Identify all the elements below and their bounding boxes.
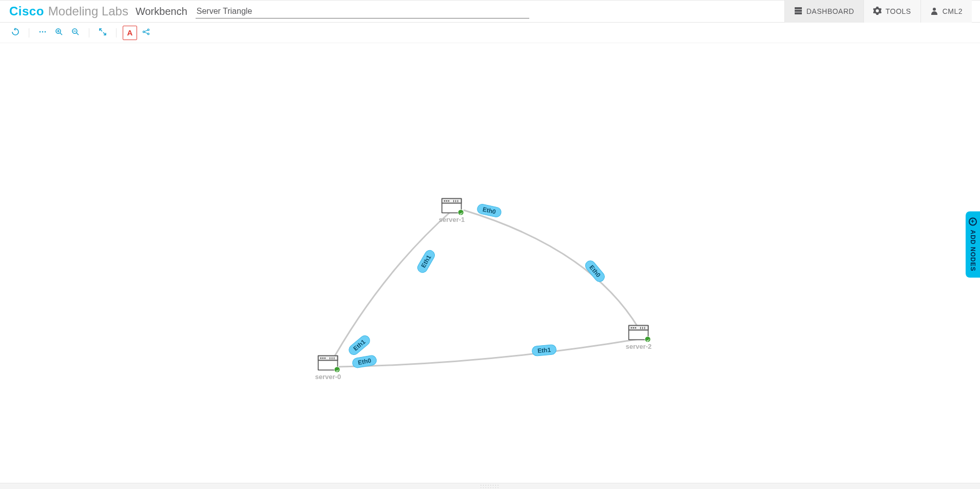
server-icon bbox=[441, 198, 462, 214]
svg-rect-31 bbox=[444, 200, 446, 202]
zoom-in-icon bbox=[55, 28, 63, 38]
gear-icon bbox=[873, 7, 881, 16]
interface-pill[interactable]: Eth1 bbox=[415, 248, 436, 275]
canvas-area[interactable]: server-0server-1server-2Eth1Eth0Eth0Eth1… bbox=[0, 43, 980, 483]
svg-point-17 bbox=[147, 29, 149, 30]
node-label: server-1 bbox=[439, 216, 465, 223]
svg-point-18 bbox=[147, 33, 149, 34]
toolbar: A bbox=[0, 23, 980, 43]
zoom-out-button[interactable] bbox=[68, 26, 83, 40]
svg-rect-23 bbox=[320, 358, 322, 359]
svg-point-3 bbox=[933, 8, 936, 11]
node-server-0[interactable]: server-0 bbox=[315, 355, 341, 381]
canvas[interactable]: server-0server-1server-2Eth1Eth0Eth0Eth1… bbox=[0, 43, 980, 483]
svg-rect-25 bbox=[324, 358, 326, 359]
svg-rect-33 bbox=[448, 200, 450, 202]
status-badge-running bbox=[458, 210, 464, 216]
drag-dots-icon: :::::::: bbox=[480, 483, 499, 489]
toolbar-separator bbox=[29, 28, 29, 37]
layout-button[interactable] bbox=[139, 26, 153, 40]
add-nodes-label: ADD NODES bbox=[969, 230, 976, 271]
fit-button[interactable] bbox=[35, 26, 50, 40]
node-label: server-0 bbox=[315, 373, 341, 381]
dashboard-label: DASHBOARD bbox=[806, 7, 854, 15]
tools-button[interactable]: TOOLS bbox=[863, 0, 920, 23]
zoom-out-icon bbox=[71, 28, 80, 38]
interface-pill[interactable]: Eth1 bbox=[531, 344, 557, 356]
svg-rect-2 bbox=[795, 12, 802, 14]
workbench-label: Workbench bbox=[136, 6, 187, 17]
brand-product: Modeling Labs bbox=[48, 4, 128, 18]
interface-pill[interactable]: Eth0 bbox=[476, 203, 502, 218]
user-label: CML2 bbox=[943, 7, 963, 15]
toolbar-separator bbox=[89, 28, 89, 37]
user-icon bbox=[930, 7, 938, 16]
svg-point-4 bbox=[40, 31, 41, 32]
layout-icon bbox=[142, 28, 150, 38]
lab-name-input[interactable] bbox=[196, 5, 529, 18]
header: Cisco Modeling Labs Workbench DASHBOARD … bbox=[0, 0, 980, 23]
panel-resize-handle[interactable]: :::::::: bbox=[0, 483, 980, 489]
node-label: server-2 bbox=[626, 343, 652, 350]
brand-cisco: Cisco bbox=[9, 4, 44, 18]
fit-icon bbox=[39, 28, 47, 38]
svg-line-8 bbox=[60, 33, 62, 35]
svg-rect-1 bbox=[795, 10, 802, 12]
refresh-button[interactable] bbox=[8, 26, 23, 40]
zoom-in-button[interactable] bbox=[52, 26, 66, 40]
svg-point-6 bbox=[45, 31, 46, 32]
brand[interactable]: Cisco Modeling Labs bbox=[9, 4, 128, 18]
tools-label: TOOLS bbox=[886, 7, 911, 15]
annotation-toggle[interactable]: A bbox=[123, 26, 137, 40]
svg-point-16 bbox=[143, 31, 144, 32]
svg-rect-32 bbox=[446, 200, 448, 202]
svg-rect-41 bbox=[635, 327, 637, 329]
status-badge-running bbox=[645, 336, 651, 343]
interface-pill[interactable]: Eth0 bbox=[583, 258, 607, 284]
toolbar-separator bbox=[116, 28, 117, 37]
dashboard-button[interactable]: DASHBOARD bbox=[784, 0, 863, 23]
svg-rect-0 bbox=[795, 7, 802, 9]
interface-pill[interactable]: Eth0 bbox=[352, 354, 378, 369]
server-icon bbox=[318, 355, 338, 371]
status-badge-running bbox=[334, 367, 340, 373]
annotation-letter: A bbox=[127, 28, 133, 37]
expand-icon bbox=[99, 28, 107, 38]
svg-rect-24 bbox=[322, 358, 324, 359]
svg-line-12 bbox=[76, 33, 79, 35]
node-server-2[interactable]: server-2 bbox=[626, 325, 652, 350]
expand-button[interactable] bbox=[95, 26, 110, 40]
add-nodes-tab[interactable]: + ADD NODES bbox=[966, 211, 980, 277]
node-server-1[interactable]: server-1 bbox=[439, 198, 465, 223]
svg-rect-39 bbox=[631, 327, 632, 329]
interface-pill[interactable]: Eth1 bbox=[347, 333, 372, 357]
server-icon bbox=[628, 325, 649, 341]
plus-circle-icon: + bbox=[969, 217, 977, 225]
svg-rect-40 bbox=[633, 327, 635, 329]
svg-point-5 bbox=[42, 31, 44, 32]
user-button[interactable]: CML2 bbox=[920, 0, 972, 23]
refresh-icon bbox=[11, 28, 20, 38]
server-stack-icon bbox=[794, 7, 802, 16]
svg-line-20 bbox=[145, 32, 148, 33]
svg-line-19 bbox=[145, 30, 148, 31]
lab-name-field-wrap bbox=[196, 5, 529, 18]
